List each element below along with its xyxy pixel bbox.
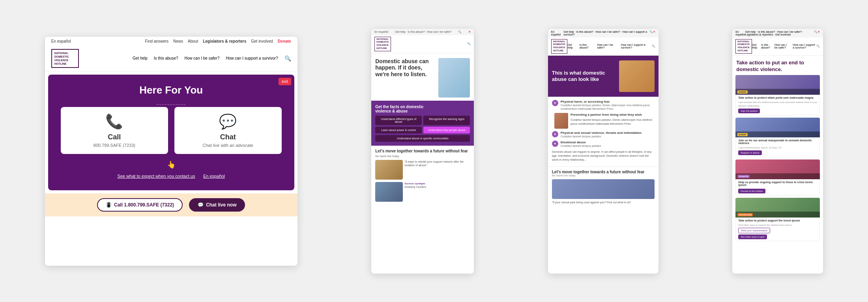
get-involved-link[interactable]: Get involved: [251, 39, 273, 43]
s3-together-subtitle: No name live today: [552, 174, 655, 177]
s2-exit-icon[interactable]: ✕: [468, 30, 471, 34]
contact-expect-link[interactable]: See what to expect when you contact us: [118, 174, 195, 178]
chat-card-subtitle: Chat live with an advocate: [181, 143, 275, 148]
s4-card1-cta[interactable]: Sign the petition: [738, 109, 760, 113]
search-icon[interactable]: 🔍: [284, 55, 291, 62]
exit-button[interactable]: exit: [279, 78, 291, 85]
get-help-nav[interactable]: Get help: [133, 56, 148, 60]
s4-see-ways-btn[interactable]: See other ways to give: [738, 234, 767, 239]
donate-link[interactable]: Donate: [278, 39, 291, 43]
chat-button-label: Chat live now: [206, 202, 236, 208]
s4-card4-body: Take action to protect support the lorem…: [735, 218, 820, 241]
s4-is-abuse[interactable]: Is this abuse?: [761, 43, 772, 49]
s3-nav-get-help[interactable]: Get help: [567, 43, 576, 49]
s2-search-icon-2[interactable]: 🔍: [467, 42, 471, 45]
news-link[interactable]: News: [173, 39, 183, 43]
espanol-link[interactable]: En español: [203, 174, 225, 178]
s4-search-2[interactable]: 🔍: [816, 45, 820, 48]
s2-together: Let's move together towards a future wit…: [371, 146, 474, 205]
s3-logo-bar: NATIONALDOMESTICVIOLENCEHOTLINE Get help…: [548, 38, 658, 56]
s3-preventing-image: [554, 113, 568, 129]
s2-btn-why[interactable]: Understand why people abuse: [423, 127, 470, 133]
modal-overlay: exit Here For You ~~~~~~~~~~~ 📞 Call 800…: [48, 75, 294, 190]
s3-espanol[interactable]: En español: [551, 30, 563, 36]
s4-hero: Take action to put an end to domestic vi…: [732, 56, 823, 75]
s3-physical-text: Physical harm, or accessing fear Curabit…: [561, 100, 655, 111]
chat-card-title: Chat: [181, 133, 275, 141]
s4-exit-icon[interactable]: ✕: [817, 30, 820, 36]
find-answers-link[interactable]: Find answers: [145, 39, 168, 43]
screen2-domestic-abuse: En español Get help · Is this abuse? · H…: [371, 29, 474, 274]
s3-hero-title: This is what domestic abuse can look lik…: [552, 70, 616, 82]
screen1-main-modal: En español Find answers News About Legis…: [45, 37, 297, 266]
s4-card3-image: DONATE: [735, 159, 820, 179]
s2-espanol[interactable]: En español: [374, 30, 388, 34]
s2-topbar: En español Get help · Is this abuse? · H…: [371, 29, 474, 35]
s3-hero: This is what domestic abuse can look lik…: [548, 56, 658, 97]
s4-card1-title: Take action to protect etiam porta sem m…: [738, 96, 817, 99]
s2-img-row-2: Survivor spotlight: Kimberly Clusters: [375, 182, 470, 202]
s3-search-icon-2[interactable]: 🔍: [652, 45, 655, 48]
s4-card2-cta[interactable]: Register to attend: [738, 150, 761, 155]
s4-nav-links: Get help · Is this abuse? · How can I be…: [745, 30, 814, 36]
s3-together-image: [552, 179, 655, 199]
s3-nav-safer[interactable]: How can I be safer?: [597, 43, 618, 49]
s4-support[interactable]: How can I support a survivor?: [793, 43, 816, 49]
s4-card3-title: Help us provide ongoing support to those…: [738, 181, 817, 186]
s2-btn-types[interactable]: Understand different types of abuse: [375, 116, 422, 125]
call-card[interactable]: 📞 Call 800.799.SAFE (7233): [61, 107, 168, 154]
s4-card1-image: EVENT: [735, 75, 820, 95]
s4-card1-tag: EVENT: [737, 90, 748, 94]
s2-spotlight-label: Survivor spotlight:: [404, 182, 426, 185]
support-survivor-nav[interactable]: How can I support a survivor?: [226, 56, 278, 60]
s3-exit-icon[interactable]: ✕: [653, 30, 655, 36]
call-wave-icon: 📳: [106, 202, 112, 208]
s4-cards-container: EVENT Take action to protect etiam porta…: [732, 75, 823, 241]
s4-card-petition: EVENT Take action to protect etiam porta…: [735, 75, 820, 115]
en-espanol-link[interactable]: En español: [51, 39, 71, 43]
call-card-number: 800.799.SAFE (7233): [67, 143, 162, 148]
s2-btn-power[interactable]: Learn about power & control: [375, 127, 422, 133]
s3-topbar: En español Get help · Is this abuse? · H…: [548, 29, 658, 38]
s4-safer[interactable]: How can I be safer?: [774, 43, 790, 49]
s3-emotional-text: Emotional abuse Curabitur laoreet tempus…: [561, 141, 602, 148]
s4-card3-tag: DONATE: [737, 175, 750, 178]
s4-espanol[interactable]: En español: [735, 30, 745, 36]
s4-card3-overlay: DONATE: [735, 173, 820, 179]
wavy-divider: ~~~~~~~~~~~: [61, 103, 282, 107]
s3-nav-is-abuse[interactable]: Is this abuse?: [580, 43, 594, 49]
s2-logo-bar: NATIONALDOMESTICVIOLENCEHOTLINE 🔍: [371, 35, 474, 53]
s3-nav-items: Get help Is this abuse? How can I be saf…: [567, 43, 651, 49]
legislators-link[interactable]: Legislators & reporters: [203, 39, 246, 43]
s3-search-icon[interactable]: 🔍: [649, 30, 653, 36]
s2-body-text: "8 ways to rebuild your support network …: [404, 160, 470, 168]
s2-btn-communities[interactable]: Understand abuse in specific communities: [375, 135, 470, 142]
s4-card4-cta[interactable]: Write your representative: [738, 228, 770, 233]
s4-card4-desc: Find other ways to support the Hotline l…: [738, 224, 791, 226]
chat-card[interactable]: 💬 Chat Chat live with an advocate: [174, 107, 282, 154]
s4-card2-tag: EVENT: [737, 133, 748, 136]
modal-title: Here For You: [61, 84, 282, 96]
s3-physical-title: Physical harm, or accessing fear: [561, 100, 655, 103]
s2-btn-warning[interactable]: Recognize the warning signs: [423, 116, 470, 125]
logo-nav-bar: NATIONAL DOMESTIC VIOLENCE HOTLINE Get h…: [45, 46, 297, 71]
chat-now-button[interactable]: 💬 Chat live now: [189, 198, 245, 212]
s4-card4-tag: ADVOCATE: [737, 213, 753, 216]
s4-get-help[interactable]: Get help: [752, 43, 759, 49]
s4-card3-cta[interactable]: Donate to the Hotline: [738, 189, 765, 193]
about-link[interactable]: About: [188, 39, 198, 43]
call-button[interactable]: 📳 Call 1.800.799.SAFE (7322): [97, 198, 183, 212]
s2-text-block: "8 ways to rebuild your support network …: [404, 160, 470, 180]
s4-search-icon[interactable]: 🔍: [814, 30, 817, 36]
s3-hero-image: [619, 60, 655, 92]
s3-nav-support[interactable]: How can I support a survivor?: [621, 43, 652, 49]
is-this-abuse-nav[interactable]: Is this abuse?: [154, 56, 178, 60]
screen3-abuse-types: En español Get help · Is this abuse? · H…: [548, 29, 658, 274]
s2-search-icon[interactable]: 🔍: [458, 30, 462, 34]
s3-content: ● Physical harm, or accessing fear Curab…: [548, 97, 658, 167]
be-safer-nav[interactable]: How can I be safer?: [185, 56, 220, 60]
s4-topbar: En español Get help · Is this abuse? · H…: [732, 29, 823, 38]
s3-abuse-item-3: ● Physical and sexual violence, threats …: [552, 131, 655, 138]
cursor-pointer-icon: 👆: [167, 161, 176, 169]
s3-threats-desc: Curabitur laoreet tempus pariatur.: [561, 135, 642, 138]
